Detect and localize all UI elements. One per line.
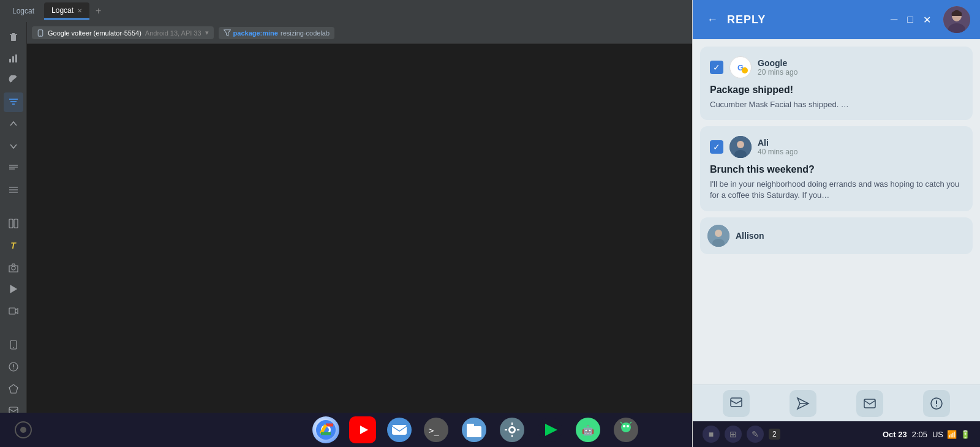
tab-label-1: Logcat bbox=[12, 7, 34, 15]
svg-point-24 bbox=[13, 347, 14, 348]
notification-card-2[interactable]: ✓ Ali 40 mins ago Brunch this weekend? bbox=[700, 126, 973, 211]
sidebar-down-icon[interactable] bbox=[4, 136, 23, 156]
taskbar-app-terminal[interactable]: >_ bbox=[423, 416, 450, 443]
device-name: Google volteer (emulator-5554) bbox=[48, 29, 141, 37]
svg-point-55 bbox=[936, 405, 937, 407]
svg-point-35 bbox=[40, 34, 40, 35]
panel-controls: ─ □ ✕ bbox=[888, 6, 970, 33]
svg-point-81 bbox=[623, 425, 625, 427]
status-sys-icons: US 📶 🔋 bbox=[932, 430, 970, 439]
svg-rect-66 bbox=[467, 426, 481, 437]
svg-marker-28 bbox=[9, 385, 18, 393]
svg-rect-52 bbox=[864, 399, 875, 408]
action-send-button[interactable] bbox=[790, 390, 816, 417]
panel-back-button[interactable]: ← bbox=[703, 10, 722, 29]
svg-text:🤖: 🤖 bbox=[582, 424, 594, 436]
tab-label-2: Logcat bbox=[51, 6, 74, 15]
user-avatar bbox=[943, 6, 970, 33]
status-wifi-icon: 📶 bbox=[947, 430, 957, 439]
sidebar-filter-active-icon[interactable] bbox=[4, 92, 23, 112]
notif-ali-icon bbox=[729, 136, 752, 158]
notif-meta-1: Google 20 mins ago bbox=[758, 58, 797, 77]
android-taskbar: >_ 🤖 bbox=[0, 413, 692, 447]
status-date: Oct 23 bbox=[883, 430, 907, 439]
notif-body-2: I'll be in your neighborhood doing erran… bbox=[710, 179, 963, 201]
taskbar-app-youtube[interactable] bbox=[349, 416, 376, 443]
notif-google-icon: G bbox=[729, 56, 752, 78]
status-pen-icon[interactable]: ✎ bbox=[747, 426, 764, 443]
notification-card-3[interactable]: Allison bbox=[700, 217, 973, 254]
status-time: 2:05 bbox=[912, 430, 927, 439]
svg-rect-67 bbox=[467, 424, 474, 427]
notifications-list: ✓ G Google 20 bbox=[693, 39, 980, 385]
home-indicator[interactable] bbox=[15, 421, 32, 438]
notif-app-name-1: Google bbox=[758, 58, 797, 68]
svg-point-42 bbox=[743, 69, 747, 72]
notif-app-name-2: Ali bbox=[758, 138, 797, 148]
sidebar-up-icon[interactable] bbox=[4, 115, 23, 134]
svg-marker-21 bbox=[10, 285, 17, 293]
svg-point-27 bbox=[13, 369, 14, 370]
sidebar-refresh-icon[interactable] bbox=[4, 70, 23, 90]
svg-rect-49 bbox=[731, 398, 742, 407]
svg-rect-1 bbox=[12, 56, 14, 62]
taskbar-app-chrome[interactable] bbox=[312, 416, 339, 443]
panel-close-button[interactable]: ✕ bbox=[921, 12, 933, 28]
device-selector[interactable]: Google volteer (emulator-5554) Android 1… bbox=[32, 26, 214, 39]
notif-header-2: ✓ Ali 40 mins ago bbox=[710, 136, 963, 158]
notif-checkbox-1[interactable]: ✓ bbox=[710, 61, 723, 74]
notif-time-1: 20 mins ago bbox=[758, 68, 797, 77]
notif-time-2: 40 mins ago bbox=[758, 148, 797, 156]
svg-marker-36 bbox=[224, 29, 230, 36]
status-battery-icon: 🔋 bbox=[960, 430, 970, 439]
action-email-button[interactable] bbox=[856, 390, 883, 417]
svg-point-82 bbox=[627, 425, 629, 427]
status-screenshot-icon[interactable]: ⊞ bbox=[725, 426, 742, 443]
tab-logcat-2[interactable]: Logcat ✕ bbox=[44, 2, 89, 20]
sidebar-device-icon[interactable] bbox=[4, 336, 23, 355]
svg-point-47 bbox=[715, 230, 722, 237]
taskbar-app-play[interactable] bbox=[537, 416, 564, 443]
filter-value: resizing-codelab bbox=[281, 29, 330, 37]
notif-header-1: ✓ G Google 20 bbox=[710, 56, 963, 78]
sidebar-text-icon[interactable]: T bbox=[4, 236, 23, 255]
ide-main: T Google voltee bbox=[0, 22, 980, 447]
notif-allison-icon bbox=[707, 225, 729, 247]
sidebar-camera-icon[interactable] bbox=[4, 258, 23, 277]
sidebar-play-icon[interactable] bbox=[4, 279, 23, 299]
filter-selector[interactable]: package:mine resizing-codelab bbox=[219, 27, 334, 39]
tab-close-icon[interactable]: ✕ bbox=[77, 7, 82, 14]
action-message-button[interactable] bbox=[723, 390, 750, 417]
status-stop-icon[interactable]: ■ bbox=[703, 426, 720, 443]
device-info: Android 13, API 33 bbox=[145, 29, 202, 37]
sidebar-delete-icon[interactable] bbox=[4, 27, 23, 47]
notif-title-1: Package shipped! bbox=[710, 85, 963, 96]
sidebar-gem-icon[interactable] bbox=[4, 379, 23, 399]
action-alert-button[interactable] bbox=[923, 390, 950, 417]
sidebar-video-icon[interactable] bbox=[4, 301, 23, 321]
taskbar-app-settings[interactable] bbox=[499, 416, 526, 443]
sidebar-chart-icon[interactable] bbox=[4, 49, 23, 69]
svg-rect-22 bbox=[9, 308, 15, 314]
notif-body-1: Cucumber Mask Facial has shipped. … bbox=[710, 99, 963, 110]
taskbar-app-droid[interactable] bbox=[612, 416, 639, 443]
sidebar-lines-icon[interactable] bbox=[4, 158, 23, 178]
left-sidebar: T bbox=[0, 22, 27, 447]
panel-minimize-button[interactable]: ─ bbox=[888, 12, 900, 28]
tab-add-button[interactable]: + bbox=[92, 6, 105, 17]
taskbar-app-android-studio[interactable]: 🤖 bbox=[575, 416, 601, 443]
svg-rect-18 bbox=[9, 219, 13, 228]
sidebar-layout-icon[interactable] bbox=[4, 214, 23, 233]
panel-title: REPLY bbox=[727, 13, 766, 26]
svg-point-20 bbox=[12, 266, 15, 270]
svg-point-44 bbox=[737, 141, 744, 148]
taskbar-app-files[interactable] bbox=[461, 416, 488, 443]
tab-logcat-1[interactable]: Logcat bbox=[5, 2, 42, 20]
sidebar-settings-icon[interactable] bbox=[4, 180, 23, 200]
sidebar-alert-icon[interactable] bbox=[4, 357, 23, 377]
notification-card-1[interactable]: ✓ G Google 20 bbox=[700, 47, 973, 120]
taskbar-app-messages[interactable] bbox=[386, 416, 413, 443]
panel-restore-button[interactable]: □ bbox=[905, 12, 916, 28]
android-status-bar: ■ ⊞ ✎ 2 Oct 23 2:05 US 📶 🔋 bbox=[693, 421, 980, 447]
notif-checkbox-2[interactable]: ✓ bbox=[710, 140, 723, 154]
